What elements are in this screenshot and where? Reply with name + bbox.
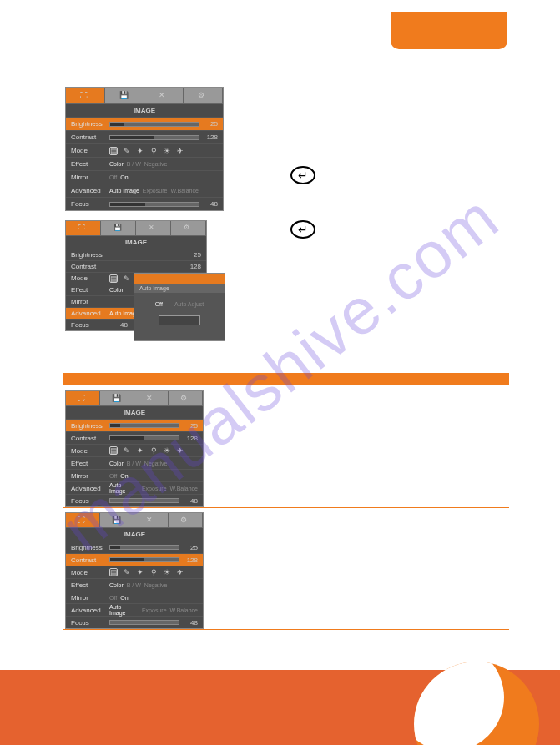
row-focus[interactable]: Focus 48 (66, 494, 203, 506)
row-contrast[interactable]: Contrast 128 (66, 431, 203, 444)
tab-save[interactable]: 💾 (105, 88, 144, 103)
row-focus[interactable]: Focus 48 (66, 616, 203, 628)
effect-color[interactable]: Color (109, 287, 124, 293)
dialog-confirm-button[interactable] (159, 315, 200, 325)
enter-button-2[interactable]: ↵ (290, 220, 315, 239)
tab-settings[interactable]: ⚙ (169, 391, 203, 405)
effect-bw[interactable]: B / W (127, 161, 141, 167)
effect-bw[interactable]: B / W (127, 461, 141, 466)
mode-icon-3[interactable]: ✦ (136, 147, 144, 155)
mirror-off[interactable]: Off (109, 473, 117, 479)
mode-options[interactable]: ▤✎✦⚲☀✈ (109, 568, 198, 576)
tab-settings[interactable]: ⚙ (184, 88, 223, 103)
dialog-off[interactable]: Off (155, 301, 163, 307)
mode-icon-5[interactable]: ☀ (163, 568, 171, 576)
advanced-wbalance[interactable]: W.Balance (170, 188, 198, 194)
effect-options[interactable]: Color B / W Negative (109, 161, 218, 167)
mode-icon-1[interactable]: ▤ (109, 274, 118, 283)
effect-negative[interactable]: Negative (144, 461, 168, 466)
mode-icon-3[interactable]: ✦ (136, 446, 144, 455)
advanced-options[interactable]: Auto Image Exposure W.Balance (109, 188, 218, 194)
mirror-on[interactable]: On (120, 174, 128, 180)
row-contrast[interactable]: Contrast 128 (66, 130, 223, 143)
mirror-on[interactable]: On (120, 473, 128, 479)
row-advanced[interactable]: Advanced Auto Image Exposure W.Balance (66, 184, 223, 197)
mode-icon-2[interactable]: ✎ (123, 446, 131, 455)
focus-slider[interactable] (109, 202, 199, 207)
advanced-wbalance[interactable]: W.Balance (170, 607, 198, 613)
row-mode[interactable]: Mode ▤✎✦⚲☀✈ (66, 566, 203, 578)
advanced-exposure[interactable]: Exposure (142, 607, 167, 613)
mode-icon-6[interactable]: ✈ (176, 568, 184, 576)
mode-icon-6[interactable]: ✈ (176, 446, 184, 455)
tab-tools[interactable]: ✕ (134, 391, 169, 405)
mirror-off[interactable]: Off (109, 174, 117, 180)
row-brightness[interactable]: Brightness 25 (66, 541, 203, 553)
mode-icon-2[interactable]: ✎ (123, 274, 131, 283)
effect-color[interactable]: Color (109, 461, 124, 466)
mode-icon-5[interactable]: ☀ (163, 147, 171, 155)
tab-tools[interactable]: ✕ (134, 513, 169, 527)
mode-icon-2[interactable]: ✎ (123, 147, 131, 155)
mode-icon-1[interactable]: ▤ (109, 147, 118, 155)
brightness-slider[interactable] (109, 122, 199, 127)
dialog-auto[interactable]: Auto Adjust (174, 301, 204, 307)
mode-icon-5[interactable]: ☀ (163, 446, 171, 455)
row-effect[interactable]: Effect ColorB / WNegative (66, 456, 203, 469)
mode-icon-3[interactable]: ✦ (136, 568, 144, 576)
row-advanced[interactable]: Advanced Auto ImageExposureW.Balance (66, 603, 203, 616)
enter-button-1[interactable]: ↵ (290, 166, 315, 184)
row-brightness[interactable]: Brightness 25 (66, 249, 206, 260)
osd-menu-4: ⛶ 💾 ✕ ⚙ IMAGE Brightness 25 Contrast 128… (65, 512, 204, 629)
tab-save[interactable]: 💾 (100, 391, 134, 405)
tab-image[interactable]: ⛶ (66, 391, 100, 405)
advanced-autoimage[interactable]: Auto Image (109, 604, 139, 616)
mode-options[interactable]: ▤ ✎ ✦ ⚲ ☀ ✈ (109, 147, 218, 155)
mode-icon-1[interactable]: ▤ (109, 446, 118, 455)
mirror-options[interactable]: Off On (109, 174, 218, 180)
tab-save[interactable]: 💾 (100, 513, 134, 527)
tab-save[interactable]: 💾 (101, 221, 136, 235)
effect-bw[interactable]: B / W (127, 582, 141, 588)
row-advanced[interactable]: Advanced Auto ImageExposureW.Balance (66, 481, 203, 494)
advanced-wbalance[interactable]: W.Balance (170, 486, 198, 491)
tab-tools[interactable]: ✕ (144, 88, 184, 103)
row-mirror[interactable]: Mirror OffOn (66, 591, 203, 603)
mirror-off[interactable]: Off (109, 595, 117, 601)
mode-icon-2[interactable]: ✎ (123, 568, 131, 576)
mode-icon-6[interactable]: ✈ (176, 147, 184, 155)
contrast-slider[interactable] (109, 135, 199, 140)
tab-image[interactable]: ⛶ (66, 513, 100, 527)
row-effect[interactable]: Effect ColorB / WNegative (66, 578, 203, 591)
mirror-on[interactable]: On (120, 595, 128, 601)
tab-settings[interactable]: ⚙ (171, 221, 206, 235)
tab-tools[interactable]: ✕ (136, 221, 171, 235)
advanced-exposure[interactable]: Exposure (142, 486, 167, 491)
effect-color[interactable]: Color (109, 582, 124, 588)
row-brightness[interactable]: Brightness 25 (66, 419, 203, 431)
row-mirror[interactable]: Mirror Off On (66, 170, 223, 184)
row-effect[interactable]: Effect Color B / W Negative (66, 157, 223, 170)
tab-image[interactable]: ⛶ (66, 221, 101, 235)
effect-color[interactable]: Color (109, 161, 124, 167)
mode-icon-4[interactable]: ⚲ (149, 147, 158, 155)
advanced-autoimage[interactable]: Auto Image (109, 482, 139, 494)
tab-image[interactable]: ⛶ (66, 88, 105, 103)
row-mode[interactable]: Mode ▤ ✎ ✦ ⚲ ☀ ✈ (66, 143, 223, 157)
effect-negative[interactable]: Negative (144, 582, 168, 588)
effect-negative[interactable]: Negative (144, 161, 168, 167)
mode-options[interactable]: ▤✎✦⚲☀✈ (109, 446, 198, 455)
row-mirror[interactable]: Mirror OffOn (66, 469, 203, 481)
dialog-options[interactable]: Off Auto Adjust (155, 301, 204, 307)
advanced-autoimage[interactable]: Auto Image (109, 188, 139, 194)
advanced-exposure[interactable]: Exposure (143, 188, 168, 194)
row-brightness[interactable]: Brightness 25 (66, 117, 223, 130)
row-contrast[interactable]: Contrast 128 (66, 553, 203, 566)
mode-icon-1[interactable]: ▤ (109, 568, 118, 576)
mode-icon-4[interactable]: ⚲ (149, 446, 158, 455)
mode-icon-4[interactable]: ⚲ (149, 568, 158, 576)
row-contrast[interactable]: Contrast 128 (66, 260, 206, 272)
row-focus[interactable]: Focus 48 (66, 197, 223, 210)
row-mode[interactable]: Mode ▤✎✦⚲☀✈ (66, 444, 203, 456)
tab-settings[interactable]: ⚙ (169, 513, 203, 527)
